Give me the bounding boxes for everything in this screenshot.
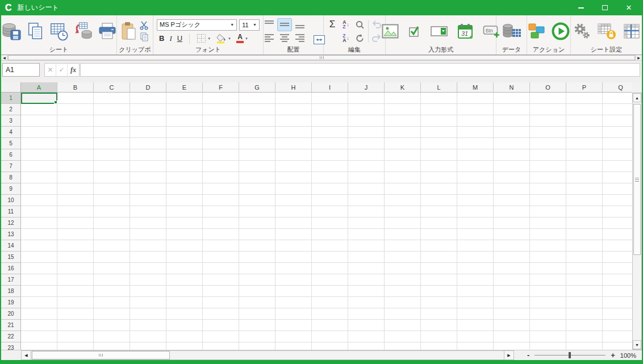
cell-I9[interactable] — [312, 183, 348, 195]
cell-F16[interactable] — [203, 263, 239, 274]
cell-H12[interactable] — [275, 217, 312, 229]
cell-M18[interactable] — [457, 286, 494, 297]
cell-P23[interactable] — [566, 342, 603, 350]
cell-K9[interactable] — [385, 183, 421, 195]
cell-H2[interactable] — [275, 104, 312, 115]
cell-C19[interactable] — [94, 297, 130, 308]
cell-K1[interactable] — [385, 93, 421, 104]
cell-Q6[interactable] — [603, 149, 632, 161]
cell-H17[interactable] — [275, 274, 312, 286]
cell-L15[interactable] — [421, 252, 457, 263]
cell-F7[interactable] — [203, 161, 239, 172]
cell-D6[interactable] — [130, 149, 166, 161]
cell-M19[interactable] — [457, 297, 494, 308]
cell-N21[interactable] — [494, 320, 530, 331]
cell-I15[interactable] — [312, 252, 348, 263]
align-middle-button[interactable] — [277, 18, 292, 31]
scroll-down-button[interactable]: ▼ — [633, 340, 641, 349]
horizontal-scrollbar[interactable]: ◀ ▶ — [21, 350, 514, 360]
cell-B4[interactable] — [57, 127, 94, 138]
cell-C1[interactable] — [94, 93, 130, 104]
cell-A17[interactable] — [21, 274, 57, 286]
cell-B7[interactable] — [57, 161, 94, 172]
cell-G13[interactable] — [239, 229, 275, 240]
cell-L20[interactable] — [421, 308, 457, 320]
zoom-in-button[interactable]: + — [611, 352, 615, 359]
cell-I19[interactable] — [312, 297, 348, 308]
cell-J14[interactable] — [348, 240, 385, 252]
cell-E17[interactable] — [166, 274, 203, 286]
cell-E12[interactable] — [166, 217, 203, 229]
cell-L19[interactable] — [421, 297, 457, 308]
cell-K4[interactable] — [385, 127, 421, 138]
cell-K7[interactable] — [385, 161, 421, 172]
insert-date-picker-button[interactable]: 31 — [457, 23, 473, 39]
cell-M8[interactable] — [457, 172, 494, 183]
cell-L17[interactable] — [421, 274, 457, 286]
cell-K17[interactable] — [385, 274, 421, 286]
cell-M7[interactable] — [457, 161, 494, 172]
sort-ascending-button[interactable]: A Z ↓ — [343, 20, 349, 29]
cell-A6[interactable] — [21, 149, 57, 161]
cell-A2[interactable] — [21, 104, 57, 115]
insert-image-button[interactable] — [382, 24, 399, 39]
cell-G12[interactable] — [239, 217, 275, 229]
cell-O6[interactable] — [530, 149, 566, 161]
cell-G3[interactable] — [239, 115, 275, 127]
protect-sheet-button[interactable] — [597, 23, 616, 40]
row-header-21[interactable]: 21 — [1, 320, 21, 331]
cell-M6[interactable] — [457, 149, 494, 161]
align-center-button[interactable] — [277, 32, 292, 45]
cell-F17[interactable] — [203, 274, 239, 286]
cell-A22[interactable] — [21, 331, 57, 342]
cell-H6[interactable] — [275, 149, 312, 161]
cell-A19[interactable] — [21, 297, 57, 308]
cell-O3[interactable] — [530, 115, 566, 127]
cell-E2[interactable] — [166, 104, 203, 115]
cell-O1[interactable] — [530, 93, 566, 104]
cell-G10[interactable] — [239, 195, 275, 206]
font-name-select[interactable]: MS Pゴシック ▼ — [157, 19, 237, 31]
cell-D20[interactable] — [130, 308, 166, 320]
cell-I23[interactable] — [312, 342, 348, 350]
column-header-P[interactable]: P — [566, 82, 603, 93]
row-header-20[interactable]: 20 — [1, 308, 21, 320]
cell-M4[interactable] — [457, 127, 494, 138]
column-header-C[interactable]: C — [94, 82, 130, 93]
horizontal-scrollbar-thumb[interactable] — [32, 351, 170, 359]
cell-A4[interactable] — [21, 127, 57, 138]
cell-D7[interactable] — [130, 161, 166, 172]
cell-M20[interactable] — [457, 308, 494, 320]
cell-B11[interactable] — [57, 206, 94, 217]
cell-F23[interactable] — [203, 342, 239, 350]
cell-N9[interactable] — [494, 183, 530, 195]
action-blocks-button[interactable] — [528, 23, 546, 40]
cell-B9[interactable] — [57, 183, 94, 195]
cell-J16[interactable] — [348, 263, 385, 274]
cell-E18[interactable] — [166, 286, 203, 297]
row-header-7[interactable]: 7 — [1, 161, 21, 172]
cell-N13[interactable] — [494, 229, 530, 240]
cell-P17[interactable] — [566, 274, 603, 286]
column-header-M[interactable]: M — [457, 82, 494, 93]
cell-K19[interactable] — [385, 297, 421, 308]
cell-E11[interactable] — [166, 206, 203, 217]
cell-E10[interactable] — [166, 195, 203, 206]
cell-O4[interactable] — [530, 127, 566, 138]
cell-N5[interactable] — [494, 138, 530, 149]
row-header-12[interactable]: 12 — [1, 217, 21, 229]
font-size-select[interactable]: 11 ▼ — [239, 19, 260, 31]
cell-O21[interactable] — [530, 320, 566, 331]
cell-C13[interactable] — [94, 229, 130, 240]
cell-Q14[interactable] — [603, 240, 632, 252]
cell-Q15[interactable] — [603, 252, 632, 263]
cell-E19[interactable] — [166, 297, 203, 308]
cell-H8[interactable] — [275, 172, 312, 183]
cell-F10[interactable] — [203, 195, 239, 206]
cell-Q17[interactable] — [603, 274, 632, 286]
cell-G2[interactable] — [239, 104, 275, 115]
cell-Q4[interactable] — [603, 127, 632, 138]
cell-P5[interactable] — [566, 138, 603, 149]
cell-A3[interactable] — [21, 115, 57, 127]
fill-color-button[interactable]: ▼ — [216, 34, 231, 44]
